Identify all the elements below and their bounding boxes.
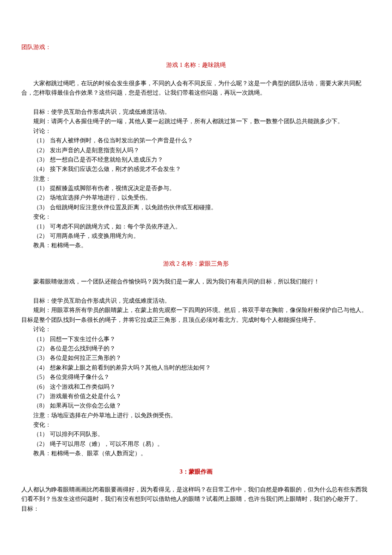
game3-title: 3：蒙眼作画 [21,467,371,477]
game1-goal: 目标：使学员互助合作形成共识，完成低难度活动。 [21,107,371,117]
tool-text: 粗棉绳一条。 [51,242,87,249]
game1-rule: 规则：请两个人各握住绳子的一端，其他人要一起跳过绳子，所有人都跳过算一下，数一数… [21,117,371,126]
discuss-item: （2） 各位是怎么找到绳子的？ [21,344,371,353]
note-item: （2） 场地宜选择户外草地进行，以免受伤。 [21,193,371,202]
discuss-item: （8） 如果再玩一次你会怎么做？ [21,401,371,410]
discuss-item: （2） 发出声音的人是刻意指责别人吗？ [21,146,371,155]
discuss-item: （3） 想一想自己是否不经意就给别人造成压力？ [21,155,371,165]
note-item: （3） 合组跳绳时应注意伙伴位置及距离，以免踏伤伙伴或互相碰撞。 [21,203,371,212]
change-item: （2） 可用两条绳子，或变换用绳方向。 [21,231,371,241]
change-label: 变化： [21,212,371,222]
game1-intro: 大家都跳过绳吧，在玩的时候会发生很多事，不同的人会有不同反应，为什么呢？这是一个… [21,79,371,98]
game3-intro: 人人都认为睁着眼睛画画比闭着眼要画得好，因为看得见，是这样吗？在日常工作中，我们… [21,485,371,504]
tool-text: 粗棉绳一条、眼罩（依人数而定）。 [51,450,147,457]
change-label: 变化： [21,420,371,430]
discuss-item: （4） 想象和蒙上眼之前看到的差异大吗？其他人当时的想法如何？ [21,363,371,373]
discuss-item: （3） 各位是如何拉正三角形的？ [21,353,371,363]
goal-text: 使学员互助合作形成共识，完成低难度活动。 [51,109,170,115]
rule-text: 请两个人各握住绳子的一端，其他人要一起跳过绳子，所有人都跳过算一下，数一数整个团… [51,118,343,124]
game2-title: 游戏 2 名称：蒙眼三角形 [21,259,371,269]
discuss-label: 讨论： [21,127,371,136]
tool-label: 教具： [33,242,51,249]
change-item: （1） 可考虑不同的跳绳方式，如：每个学员依序进入。 [21,222,371,231]
discuss-item: （1） 当有人被绊倒时，各位当时发出的第一个声音是什么？ [21,136,371,145]
note-label: 注意： [21,174,371,184]
discuss-item: （5） 各位觉得绳子像什么？ [21,373,371,382]
note-item: （1） 提醒膝盖或脚部有伤者，视情况决定是否参与。 [21,184,371,193]
game2-rule: 规则：用眼罩将所有学员的眼睛蒙上，在蒙上前先观察一下四周的环境。然后，将双手举在… [21,306,371,325]
game1-tool: 教具：粗棉绳一条。 [21,241,371,250]
rule-text: 用眼罩将所有学员的眼睛蒙上，在蒙上前先观察一下四周的环境。然后，将双手举在胸前，… [21,307,367,323]
rule-label: 规则： [21,307,51,313]
game3-goal-label: 目标： [21,504,371,514]
page-header: 团队游戏： [21,43,371,52]
tool-label: 教具： [33,450,51,457]
game2-intro: 蒙着眼睛做游戏，一个团队还能合作愉快吗？因为我们是一家人，因为我们有着共同的目标… [21,277,371,286]
rule-label: 规则： [21,118,51,124]
discuss-item: （7） 游戏最有价值之处是什么？ [21,392,371,401]
change-item: （2） 绳子可以用尽（难），可以不用尽（易）。 [21,439,371,449]
discuss-item: （6） 这个游戏和工作类似吗？ [21,382,371,392]
discuss-label: 讨论： [21,325,371,334]
goal-text: 使学员互助合作形成共识，完成低难度活动。 [51,298,170,304]
goal-label: 目标： [33,298,51,304]
game1-title: 游戏 1 名称：趣味跳绳 [21,61,371,70]
game2-tool: 教具：粗棉绳一条、眼罩（依人数而定）。 [21,449,371,458]
note-label: 注意： [33,412,51,419]
game2-goal: 目标：使学员互助合作形成共识，完成低难度活动。 [21,296,371,306]
goal-label: 目标： [33,109,51,115]
game2-note: 注意：场地应选择在户外草地上进行，以免跌倒受伤。 [21,411,371,420]
discuss-item: （4） 接下来我们应该怎么做，刚才的感觉才不会发生？ [21,165,371,174]
change-item: （1） 可以排列不同队形。 [21,430,371,439]
note-text: 场地应选择在户外草地上进行，以免跌倒受伤。 [51,412,176,419]
discuss-item: （1） 回想一下发生过什么事？ [21,335,371,344]
